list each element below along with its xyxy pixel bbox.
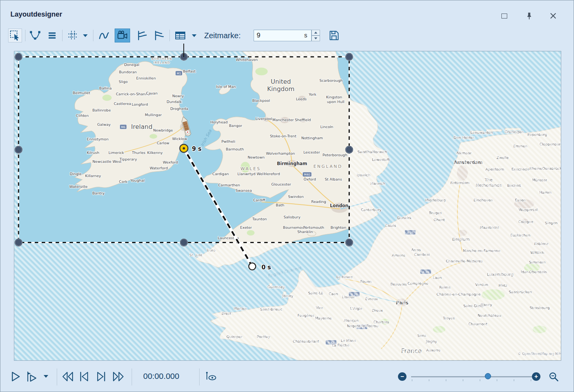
map-label: St Albans <box>325 177 342 181</box>
next-frame-icon <box>95 371 107 382</box>
save-button[interactable] <box>327 29 341 42</box>
layer-list-button[interactable] <box>45 29 59 42</box>
show-marker-eye-icon <box>205 371 217 382</box>
map-label: Salisbury <box>284 215 301 219</box>
previous-frame-button[interactable] <box>78 371 90 382</box>
transport-bar: 00:00.000 − + <box>0 362 574 392</box>
map-label: Cork <box>119 179 127 184</box>
ease-out-curve-button[interactable] <box>152 29 166 42</box>
map-label: Cardigan <box>212 172 229 176</box>
map-label: Taunton <box>252 217 267 221</box>
rewind-button[interactable] <box>61 371 74 382</box>
toolbar: Zeitmarke: s <box>0 27 574 44</box>
map-label: Newtown <box>247 155 264 159</box>
zoom-fit-button[interactable] <box>549 372 559 382</box>
keyframe-start[interactable] <box>249 263 256 270</box>
map-label: Holyhead <box>210 120 228 124</box>
zoom-out-button[interactable]: − <box>398 372 406 381</box>
spin-up-icon <box>314 32 317 34</box>
map-label: Belfast <box>183 69 196 73</box>
transport-separator <box>199 368 200 385</box>
map-label: Galway <box>97 122 111 127</box>
plus-icon: + <box>534 373 538 380</box>
zoom-slider-track[interactable] <box>411 376 532 377</box>
ease-in-curve-button[interactable] <box>135 29 149 42</box>
map-label: Leeds <box>296 97 307 101</box>
play-options-dropdown[interactable] <box>43 373 49 379</box>
keyframe-end[interactable] <box>180 144 188 152</box>
maximize-icon <box>501 14 507 19</box>
map-label: Barmouth <box>226 147 244 151</box>
map-label: Swindon <box>288 194 303 199</box>
map-label: Thurles <box>132 150 146 155</box>
play-from-marker-icon <box>25 371 38 382</box>
map-label: Ballina <box>99 86 112 90</box>
camera-tool-button[interactable] <box>115 29 130 42</box>
timemarker-table-button[interactable] <box>173 29 190 42</box>
zoom-slider-thumb[interactable] <box>485 373 491 379</box>
spin-down-button[interactable] <box>312 35 320 41</box>
map-label: Newry <box>172 94 184 98</box>
map-label: Newcastle West <box>93 159 122 164</box>
play-button[interactable] <box>10 371 21 382</box>
map-label: Wolverhampton <box>266 151 295 155</box>
selection-handle[interactable] <box>15 239 22 246</box>
selection-handle[interactable] <box>345 53 353 61</box>
map-label: Ireland <box>131 123 152 130</box>
zoom-in-button[interactable]: + <box>532 372 540 381</box>
map-label: Pwllheli <box>221 139 235 144</box>
fast-forward-button[interactable] <box>112 371 125 382</box>
grid-button[interactable] <box>66 29 80 42</box>
play-icon <box>10 371 21 382</box>
map-label: Liverpool <box>256 117 273 121</box>
map-label: Llanwrtyd Wells <box>237 172 266 176</box>
road-badge-label: M1 <box>177 72 181 75</box>
map-label: Blackpool <box>252 98 270 103</box>
zeitmarke-label: Zeitmarke: <box>204 27 240 44</box>
show-marker-toggle[interactable] <box>205 371 217 382</box>
zoom-tick <box>497 379 497 381</box>
spin-up-button[interactable] <box>312 30 320 35</box>
map-label: Kilkenny <box>147 150 163 155</box>
selection-handle[interactable] <box>180 239 188 246</box>
map-label: Peterborough <box>323 153 347 157</box>
timemarker-dropdown-button[interactable] <box>191 32 197 39</box>
selection-handle[interactable] <box>15 146 22 153</box>
selection-handle[interactable] <box>345 239 353 246</box>
map-label: Sheffield <box>295 118 311 122</box>
zoom-tick <box>446 379 446 381</box>
layout-canvas[interactable]: M1M6M40A 25A 29A 20A 11A 81 NORTHERNIREL… <box>14 51 561 361</box>
map-label: Hereford <box>264 172 280 176</box>
fast-forward-icon <box>112 371 125 382</box>
title-bar: Layoutdesigner <box>0 0 574 25</box>
save-icon <box>328 30 340 41</box>
time-display: 00:00.000 <box>143 372 179 381</box>
map-label: Oxford <box>304 177 316 181</box>
grid-dropdown-button[interactable] <box>82 32 88 39</box>
zeitmarke-spinner <box>312 30 320 41</box>
select-tool-button[interactable] <box>8 29 22 42</box>
map-label: Wicklow <box>172 137 187 141</box>
zoom-tick <box>429 379 429 381</box>
window-title: Layoutdesigner <box>10 10 62 19</box>
map-label: Sligo <box>119 79 128 84</box>
rewind-icon <box>61 371 74 382</box>
play-from-marker-button[interactable] <box>25 371 38 382</box>
map-label: Waterford <box>150 166 168 170</box>
map-label: Belmullet <box>73 91 90 95</box>
selection-handle[interactable] <box>345 146 353 153</box>
map-label: Gloucester <box>271 182 291 186</box>
zeitmarke-input[interactable] <box>254 32 303 39</box>
next-frame-button[interactable] <box>95 371 107 382</box>
map-label: Whitehaven <box>236 57 258 62</box>
map-label: Cardiff <box>253 198 266 202</box>
curve-points-button[interactable] <box>28 29 42 42</box>
map-label: Kilrush <box>87 150 99 155</box>
close-button[interactable] <box>547 10 560 21</box>
zeitmarke-unit: s <box>303 32 311 39</box>
pin-button[interactable] <box>523 10 536 21</box>
selection-handle[interactable] <box>15 53 22 61</box>
map-label: Reading <box>311 199 326 204</box>
route-curve-button[interactable] <box>97 29 111 42</box>
maximize-button[interactable] <box>498 10 511 21</box>
